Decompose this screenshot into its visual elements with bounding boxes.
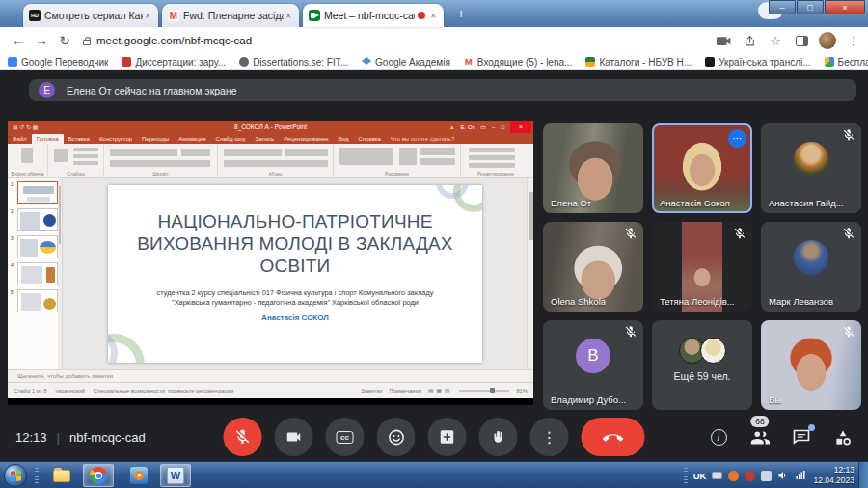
bookmark-item[interactable]: Українська транслі... <box>705 57 810 68</box>
taskbar-explorer[interactable] <box>46 464 77 487</box>
view-buttons[interactable]: ▤▦▥ <box>428 388 452 393</box>
profile-avatar[interactable] <box>819 32 836 49</box>
chat-button[interactable] <box>790 426 813 449</box>
ppt-maximize-icon[interactable]: □ <box>501 124 504 130</box>
zoom-level[interactable]: 81% <box>516 388 528 393</box>
ribbon-tab-help[interactable]: Справка <box>353 134 386 144</box>
camera-button[interactable] <box>275 418 313 456</box>
self-view-tile[interactable]: Вы <box>761 320 861 410</box>
taskbar-word[interactable]: W <box>160 464 191 487</box>
bookmark-item[interactable]: Диссертации: зару... <box>122 57 226 68</box>
notes-pane[interactable]: Щелкните, чтобы добавить заметки <box>8 369 533 382</box>
share-icon[interactable] <box>741 32 758 49</box>
meeting-details-button[interactable]: i <box>707 426 730 449</box>
language-indicator[interactable]: UK <box>693 471 707 481</box>
bookmark-item[interactable]: MВходящие (5) - lena... <box>464 57 573 68</box>
slide-thumbnail-2[interactable]: 2 <box>11 208 60 231</box>
accessibility-check[interactable]: Специальные возможности: проверьте реком… <box>94 388 233 393</box>
participant-tile[interactable]: Тетяна Леонідів... <box>652 222 752 312</box>
ribbon-tab-record[interactable]: Запись <box>251 134 280 144</box>
ribbon-tab-animations[interactable]: Анимация <box>174 134 210 144</box>
browser-menu-icon[interactable]: ⋮ <box>845 32 862 49</box>
browser-tab-1[interactable]: HD Смотреть сериал Как избежать × <box>23 4 158 27</box>
reactions-button[interactable] <box>377 418 416 456</box>
bookmark-item[interactable]: Бесплатный перев... <box>825 57 868 68</box>
close-button[interactable]: × <box>825 0 865 14</box>
taskbar-media-player[interactable] <box>123 464 154 487</box>
participant-tile[interactable]: В Владимир Дубо... <box>543 320 643 410</box>
participant-tile[interactable]: Марк Леванзов <box>761 222 861 312</box>
participant-avatar <box>794 142 828 176</box>
start-button[interactable] <box>4 464 27 487</box>
ribbon-tab-file[interactable]: Файл <box>8 134 32 144</box>
participant-tile[interactable]: Елена От <box>543 123 643 213</box>
language-indicator[interactable]: украинский <box>56 388 85 393</box>
bookmark-star-icon[interactable]: ☆ <box>767 32 784 49</box>
ribbon-tab-design[interactable]: Конструктор <box>95 134 137 144</box>
back-icon[interactable]: ← <box>8 30 29 51</box>
slide-thumbnail-5[interactable]: 5 <box>11 289 60 312</box>
tray-app-icon[interactable] <box>745 471 755 481</box>
ribbon-tab-insert[interactable]: Вставка <box>64 134 95 144</box>
new-tab-button[interactable]: + <box>449 6 473 23</box>
activities-button[interactable] <box>831 426 854 449</box>
tab-close-icon[interactable]: × <box>143 11 152 21</box>
slide-scrollbar[interactable] <box>527 178 533 369</box>
meeting-info: 12:13 | nbf-mcqc-cad <box>15 414 146 461</box>
bookmark-item[interactable]: Dissertations.se: FIT... <box>239 57 348 68</box>
reload-icon[interactable]: ↻ <box>54 30 75 51</box>
tile-options-icon[interactable]: ⋯ <box>728 129 746 148</box>
participant-tile[interactable]: Olena Shkola <box>543 222 643 312</box>
taskbar-clock[interactable]: 12:13 12.04.2023 <box>813 465 854 485</box>
address-bar[interactable]: meet.google.com/nbf-mcqc-cad <box>73 31 725 50</box>
tray-app-icon[interactable] <box>728 471 739 481</box>
bookmark-item[interactable]: Google Академія <box>362 57 450 68</box>
slide-thumbnail-1[interactable]: 1 <box>11 181 60 204</box>
bookmark-item[interactable]: Каталоги - НБУВ Н... <box>585 57 692 68</box>
zoom-slider[interactable] <box>459 390 509 392</box>
tab-close-icon[interactable]: × <box>428 11 438 21</box>
present-button[interactable] <box>428 418 467 456</box>
slide-thumbnail-4[interactable]: 4 <box>11 262 60 285</box>
notes-toggle[interactable]: Заметки <box>361 388 382 393</box>
show-desktop-button[interactable] <box>858 462 868 488</box>
ppt-minimize-icon[interactable]: – <box>492 124 495 130</box>
side-panel-icon[interactable] <box>793 32 810 49</box>
browser-tab-meet[interactable]: Meet – nbf-mcqc-cad × <box>303 4 444 27</box>
browser-tab-2[interactable]: M Fwd: Пленарне засідання Всеук × <box>162 4 299 27</box>
people-button[interactable]: 68 <box>748 426 772 449</box>
captions-button[interactable]: cc <box>326 418 365 456</box>
participant-tile[interactable]: Анастасия Гайд... <box>761 123 861 213</box>
minimize-button[interactable]: – <box>769 0 796 14</box>
thumbnail-scrollbar[interactable] <box>58 178 62 369</box>
ribbon-tab-home[interactable]: Головна <box>32 134 64 144</box>
ribbon-tab-view[interactable]: Вид <box>334 134 354 144</box>
translate-icon <box>8 57 17 67</box>
more-participants-tile[interactable]: Ещё 59 чел. <box>652 320 752 410</box>
network-icon[interactable] <box>795 470 807 481</box>
shared-screen-tile[interactable]: ▤ ↺ ↻ ▦ 8_СОКОЛ А - PowerPoint ▲ Е. От ▭… <box>8 121 533 405</box>
chat-notification-dot <box>808 424 815 431</box>
forward-icon[interactable]: → <box>31 30 52 51</box>
ribbon: Буфер обмена Слайды Шрифт <box>8 144 533 178</box>
comments-toggle[interactable]: Примечания <box>389 388 420 393</box>
ribbon-tab-review[interactable]: Рецензирование <box>279 134 333 144</box>
ribbon-tab-transitions[interactable]: Переходы <box>137 134 174 144</box>
bookmark-item[interactable]: Google Переводчик <box>8 57 108 68</box>
taskbar-chrome[interactable] <box>83 464 114 487</box>
action-center-icon[interactable] <box>761 471 772 481</box>
camera-permission-icon[interactable] <box>715 32 732 49</box>
keyboard-icon[interactable] <box>712 472 722 479</box>
tab-close-icon[interactable]: × <box>284 11 293 21</box>
ribbon-tab-slideshow[interactable]: Слайд-шоу <box>210 134 250 144</box>
end-call-button[interactable] <box>582 418 645 456</box>
slide-thumbnail-3[interactable]: 3 <box>11 235 60 258</box>
mic-button[interactable] <box>224 418 262 456</box>
volume-icon[interactable] <box>777 470 789 481</box>
maximize-button[interactable]: □ <box>797 0 824 14</box>
participant-tile[interactable]: ⋯ Анастасія Сокол <box>652 123 752 213</box>
more-options-button[interactable]: ⋮ <box>530 418 569 456</box>
ppt-close-button[interactable]: × <box>510 121 531 133</box>
tell-me-box[interactable]: Что вы хотите сделать? <box>386 134 459 144</box>
raise-hand-button[interactable] <box>479 418 518 456</box>
